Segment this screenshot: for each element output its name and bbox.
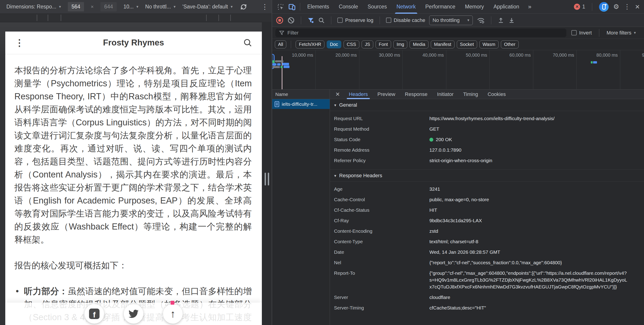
error-count: 1	[582, 4, 585, 10]
search-network-button[interactable]	[318, 17, 325, 24]
chip-js[interactable]: JS	[362, 41, 373, 49]
more-tabs-icon[interactable]: »	[524, 3, 535, 10]
chip-doc[interactable]: Doc	[327, 41, 341, 49]
back-to-top-button[interactable]: ↑	[163, 304, 183, 324]
general-rows: Request URL https://www.frostyrhymes.com…	[330, 111, 644, 169]
header-name: Remote Address	[334, 147, 430, 153]
filter-toggle-button[interactable]	[307, 17, 314, 24]
header-value: 3241	[430, 186, 644, 193]
detail-tab-cookies[interactable]: Cookies	[483, 90, 510, 99]
header-row: Date Wed, 14 Jan 2026 08:28:57 GMT	[330, 247, 644, 257]
page-share-bar: f ↑	[5, 303, 262, 325]
device-toolbar-toggle-button[interactable]	[286, 3, 298, 11]
header-name: Referrer Policy	[334, 157, 430, 164]
name-column-header[interactable]: Name	[272, 90, 330, 99]
request-row-selected[interactable]: ielts-difficulty-tr...	[272, 99, 330, 109]
header-value: HIT	[430, 207, 644, 214]
tab-application[interactable]: Application	[489, 0, 524, 14]
rotate-viewport-button[interactable]	[240, 3, 248, 11]
chip-fetch-xhr[interactable]: Fetch/XHR	[296, 41, 324, 49]
zoom-select[interactable]: 10... ▾	[124, 4, 138, 10]
page-header: ⋮ Frosty Rhymes	[5, 32, 262, 54]
chip-manifest[interactable]: Manifest	[431, 41, 454, 49]
settings-gear-icon[interactable]: ⚙	[613, 4, 619, 10]
timeline-tick: 30,000 ms	[379, 53, 400, 58]
header-row: Cf-Cache-Status HIT	[330, 205, 644, 215]
throttling-dropdown[interactable]: No throttling ▾	[429, 16, 473, 25]
more-filters-dropdown[interactable]: More filters ▾	[606, 30, 636, 36]
inspect-element-button[interactable]	[275, 3, 286, 11]
chip-all[interactable]: All	[275, 41, 286, 49]
tab-memory[interactable]: Memory	[460, 0, 489, 14]
tab-performance[interactable]: Performance	[420, 0, 460, 14]
filter-input[interactable]: Filter	[275, 29, 566, 37]
header-row: Content-Type text/html; charset=utf-8	[330, 236, 644, 247]
disable-cache-control[interactable]: Disable cache	[386, 17, 425, 23]
response-headers-section-header[interactable]: ▼ Response Headers	[330, 169, 644, 182]
header-value: cloudflare	[430, 294, 644, 301]
device-emulation-area: Dimensions: Respo... ▾ 564 × 644 10... ▾…	[0, 0, 272, 325]
toolbar-divider	[300, 3, 300, 11]
chip-img[interactable]: Img	[393, 41, 407, 49]
request-list: Name ielts-difficulty-tr...	[272, 90, 330, 325]
device-toolbar-menu-icon[interactable]: ⋮	[262, 4, 268, 10]
resize-grip-icon[interactable]	[264, 173, 269, 185]
timeline-gridline	[533, 50, 533, 89]
status-code-text: 200 OK	[436, 137, 452, 142]
clear-network-log-button[interactable]	[288, 17, 295, 24]
detail-tab-preview[interactable]: Preview	[372, 90, 400, 99]
device-canvas: ⋮ Frosty Rhymes 本报告的分析方法论综合了多个学科视角。首先，立足…	[0, 22, 272, 325]
chip-wasm[interactable]: Wasm	[480, 41, 498, 49]
throttling-select[interactable]: No throttl... ▾	[145, 4, 176, 10]
page-search-button[interactable]	[243, 38, 252, 47]
invert-filter-control[interactable]: Invert	[572, 30, 592, 36]
ai-assistant-button[interactable]: ✦	[599, 2, 608, 12]
panel-resize-gutter[interactable]	[262, 22, 272, 325]
invert-checkbox[interactable]	[572, 30, 577, 35]
waterfall-bar	[277, 63, 280, 66]
timeline-tick: 60,000 ms	[510, 53, 531, 58]
import-har-button[interactable]	[498, 17, 504, 24]
disable-cache-checkbox[interactable]	[386, 18, 391, 23]
chip-socket[interactable]: Socket	[457, 41, 477, 49]
media-query-bar[interactable]	[0, 14, 272, 22]
page-menu-icon[interactable]: ⋮	[15, 38, 24, 48]
chip-other[interactable]: Other	[501, 41, 519, 49]
twitter-share-button[interactable]	[124, 304, 143, 324]
waterfall-bar	[272, 60, 275, 63]
tab-elements[interactable]: Elements	[302, 0, 334, 14]
error-counter[interactable]: ✕ 1	[574, 4, 585, 10]
export-icon	[508, 17, 515, 24]
media-query-divider	[37, 15, 37, 21]
facebook-share-button[interactable]: f	[84, 304, 104, 324]
viewport-height-input[interactable]: 644	[100, 2, 116, 12]
funnel-icon	[279, 30, 284, 36]
record-network-log-button[interactable]	[276, 17, 284, 24]
network-conditions-button[interactable]	[477, 17, 485, 24]
dimensions-select[interactable]: Dimensions: Respo... ▾	[6, 4, 61, 10]
invert-label: Invert	[579, 30, 592, 36]
chip-font[interactable]: Font	[376, 41, 391, 49]
close-detail-icon[interactable]: ✕	[331, 91, 344, 98]
device-toolbar: Dimensions: Respo... ▾ 564 × 644 10... ▾…	[0, 0, 272, 14]
detail-tab-headers[interactable]: Headers	[344, 90, 372, 99]
tab-console[interactable]: Console	[334, 0, 363, 14]
detail-tab-response[interactable]: Response	[400, 90, 432, 99]
chip-media[interactable]: Media	[410, 41, 428, 49]
close-devtools-icon[interactable]: ✕	[635, 4, 640, 10]
viewport-width-input[interactable]: 564	[68, 2, 84, 12]
article-paragraph: 报告的核心发现可概括如下：	[14, 259, 252, 272]
network-overview-timeline[interactable]: 10,000 ms 20,000 ms 30,000 ms 40,000 ms …	[272, 50, 644, 90]
preserve-log-control[interactable]: Preserve log	[338, 17, 374, 23]
detail-tab-initiator[interactable]: Initiator	[432, 90, 458, 99]
save-data-select[interactable]: 'Save-Data': default ▾	[182, 4, 233, 10]
export-har-button[interactable]	[508, 17, 515, 24]
chip-css[interactable]: CSS	[344, 41, 359, 49]
preserve-log-checkbox[interactable]	[338, 18, 343, 23]
headers-pane[interactable]: ▼ General Request URL https://www.frosty…	[330, 99, 644, 325]
devtools-menu-icon[interactable]: ⋮	[624, 4, 630, 10]
detail-tab-timing[interactable]: Timing	[458, 90, 483, 99]
general-section-header[interactable]: ▼ General	[330, 99, 644, 111]
tab-network[interactable]: Network	[392, 0, 420, 14]
tab-sources[interactable]: Sources	[363, 0, 392, 14]
